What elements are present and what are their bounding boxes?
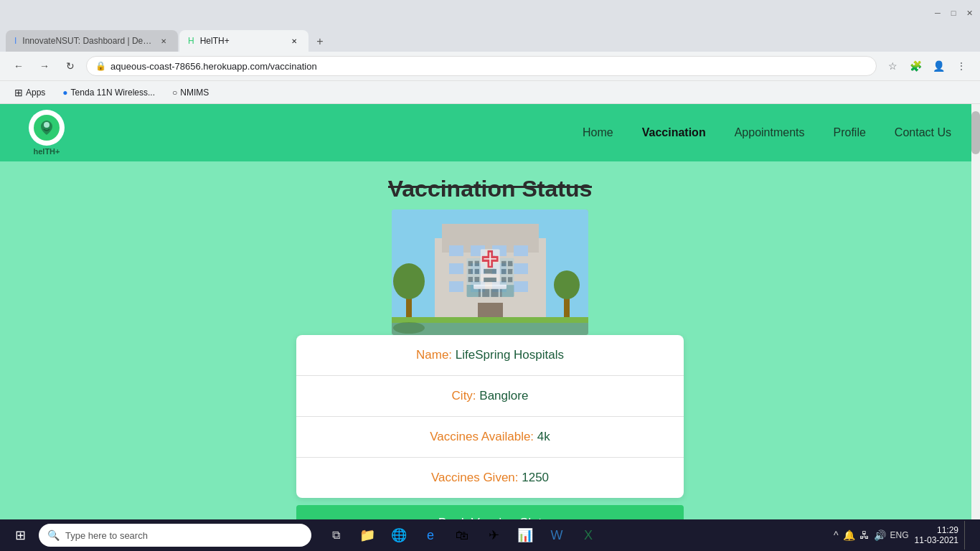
taskbar-icons: ⧉ 📁 🌐 e 🛍 ✈ 📊 W X	[321, 521, 603, 550]
folder-icon: 📁	[359, 527, 375, 543]
logo[interactable]: helTH+	[29, 110, 65, 156]
word-button[interactable]: W	[542, 521, 571, 550]
svg-point-1	[44, 122, 50, 128]
back-button[interactable]: ←	[9, 56, 29, 76]
svg-point-24	[393, 322, 425, 334]
url-bar[interactable]: 🔒 aqueous-coast-78656.herokuapp.com/vacc…	[86, 56, 877, 76]
taskbar-clock[interactable]: 11:29 11-03-2021	[915, 525, 958, 545]
nmims-icon: ○	[172, 88, 177, 98]
extensions-button[interactable]: 🧩	[905, 56, 925, 76]
info-row-vaccines-given: Vaccines Given: 1250	[296, 458, 684, 498]
main-content: Vaccination Status	[0, 161, 980, 551]
task-view-button[interactable]: ⧉	[321, 521, 350, 550]
address-bar: ← → ↻ 🔒 aqueous-coast-78656.herokuapp.co…	[0, 52, 980, 80]
tab-innovate[interactable]: I InnovateNSUT: Dashboard | Dev... ✕	[6, 30, 178, 52]
vaccines-available-label: Vaccines Available:	[430, 430, 537, 443]
bookmark-tenda[interactable]: ● Tenda 11N Wireless...	[57, 86, 161, 99]
bookmarks-bar: ⊞ Apps ● Tenda 11N Wireless... ○ NMIMS	[0, 80, 980, 103]
language-icon[interactable]: ENG	[890, 530, 909, 540]
svg-rect-6	[471, 245, 485, 256]
svg-point-19	[393, 263, 425, 299]
bookmark-tenda-label: Tenda 11N Wireless...	[71, 88, 155, 98]
nav-profile[interactable]: Profile	[834, 126, 866, 139]
edge-icon: e	[427, 528, 434, 543]
tab-favicon-innovate: I	[14, 36, 17, 46]
svg-rect-14	[471, 281, 485, 292]
system-tray: ^ 🔔 🖧 🔊 ENG	[834, 529, 909, 541]
file-explorer-button[interactable]: 📁	[353, 521, 382, 550]
maximize-button[interactable]: □	[948, 8, 958, 18]
excel-button[interactable]: X	[574, 521, 603, 550]
tripadvisor-icon: ✈	[489, 527, 499, 543]
minimize-button[interactable]: ─	[933, 8, 943, 18]
city-value: Banglore	[479, 389, 528, 402]
hospital-card-wrapper: Name: LifeSpring Hospitals City: Banglor…	[296, 209, 684, 551]
network-icon[interactable]: 🖧	[859, 529, 870, 541]
nav-appointments[interactable]: Appointments	[735, 126, 805, 139]
search-icon: 🔍	[47, 529, 60, 541]
tab-helth[interactable]: H HelTH+ ✕	[179, 30, 308, 52]
bookmark-apps-label: Apps	[26, 88, 45, 98]
notifications-icon[interactable]: 🔔	[843, 529, 855, 541]
svg-rect-9	[449, 263, 463, 274]
presentation-icon: 📊	[517, 527, 533, 543]
tab-close-innovate[interactable]: ✕	[158, 35, 169, 47]
taskbar-search-text: Type here to search	[65, 530, 148, 541]
taskbar: ⊞ 🔍 Type here to search ⧉ 📁 🌐 e 🛍 ✈	[0, 519, 980, 551]
page-title: Vaccination Status	[388, 161, 593, 209]
tab-title-helth: HelTH+	[200, 36, 230, 46]
store-icon: 🛍	[456, 528, 468, 543]
nav-contact-us[interactable]: Contact Us	[895, 126, 951, 139]
scrollbar-thumb[interactable]	[971, 111, 980, 154]
new-tab-button[interactable]: +	[310, 32, 330, 52]
taskbar-search-bar[interactable]: 🔍 Type here to search	[39, 524, 311, 547]
svg-rect-8	[514, 245, 528, 256]
show-desktop-button[interactable]	[964, 521, 969, 550]
tab-title-innovate: InnovateNSUT: Dashboard | Dev...	[22, 36, 152, 46]
chrome-button[interactable]: 🌐	[385, 521, 413, 550]
svg-rect-11	[492, 263, 507, 274]
bookmark-nmims-label: NMIMS	[180, 88, 209, 98]
volume-icon[interactable]: 🔊	[874, 529, 886, 541]
info-card: Name: LifeSpring Hospitals City: Banglor…	[296, 335, 684, 498]
tenda-icon: ●	[62, 88, 67, 98]
lock-icon: 🔒	[95, 61, 106, 71]
city-label: City:	[452, 389, 480, 402]
logo-icon	[29, 110, 65, 146]
info-row-name: Name: LifeSpring Hospitals	[296, 335, 684, 376]
hospital-image	[392, 209, 588, 335]
star-button[interactable]: ☆	[882, 56, 903, 76]
close-button[interactable]: ✕	[964, 8, 974, 18]
svg-point-21	[554, 270, 580, 299]
forward-button[interactable]: →	[34, 56, 55, 76]
svg-rect-16	[514, 281, 528, 292]
menu-button[interactable]: ⋮	[951, 56, 971, 76]
tripadvisor-button[interactable]: ✈	[479, 521, 508, 550]
bookmark-apps[interactable]: ⊞ Apps	[9, 85, 51, 100]
tab-favicon-helth: H	[188, 36, 194, 46]
profile-button[interactable]: 👤	[928, 56, 948, 76]
start-button[interactable]: ⊞	[6, 521, 34, 550]
svg-rect-12	[514, 263, 528, 274]
name-label: Name:	[416, 348, 456, 362]
word-icon: W	[551, 528, 563, 543]
refresh-button[interactable]: ↻	[60, 56, 80, 76]
edge-button[interactable]: e	[416, 521, 445, 550]
tab-close-helth[interactable]: ✕	[288, 35, 300, 47]
nav-home[interactable]: Home	[583, 126, 613, 139]
clock-time: 11:29	[915, 525, 958, 535]
info-row-vaccines-available: Vaccines Available: 4k	[296, 417, 684, 458]
scrollbar[interactable]	[971, 104, 980, 551]
windows-icon: ⊞	[15, 527, 26, 543]
chrome-icon: 🌐	[391, 527, 407, 543]
url-text: aqueous-coast-78656.herokuapp.com/vaccin…	[110, 61, 317, 72]
presentation-button[interactable]: 📊	[511, 521, 540, 550]
title-bar: ─ □ ✕	[0, 0, 980, 26]
tray-expand-icon[interactable]: ^	[834, 529, 839, 541]
store-button[interactable]: 🛍	[448, 521, 476, 550]
bookmark-nmims[interactable]: ○ NMIMS	[166, 86, 215, 99]
tab-bar: I InnovateNSUT: Dashboard | Dev... ✕ H H…	[0, 26, 980, 52]
taskbar-right: ^ 🔔 🖧 🔊 ENG 11:29 11-03-2021	[834, 521, 974, 550]
navbar: helTH+ Home Vaccination Appointments Pro…	[0, 104, 980, 161]
nav-vaccination[interactable]: Vaccination	[642, 126, 706, 139]
